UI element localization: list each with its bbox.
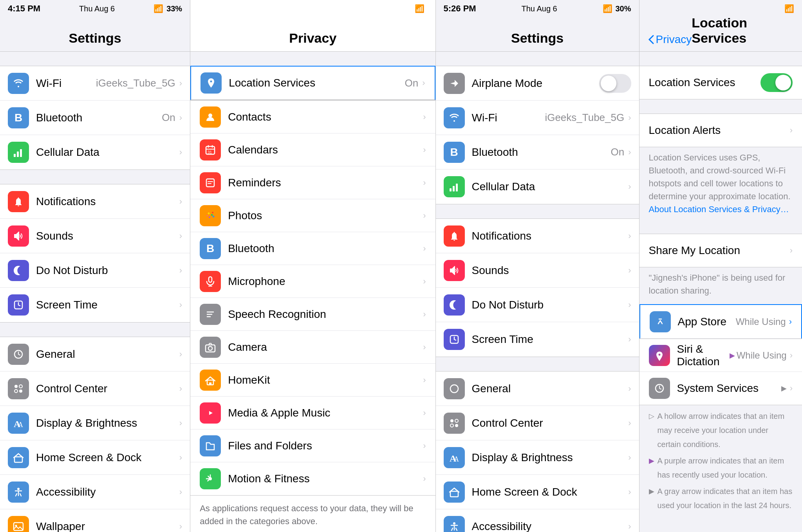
- settings-item-bluetooth[interactable]: B Bluetooth On ›: [0, 101, 190, 135]
- settings-scroll-left[interactable]: Wi-Fi iGeeks_Tube_5G › B Bluetooth On › …: [0, 52, 190, 532]
- svg-text:A: A: [18, 421, 23, 429]
- svg-point-42: [208, 346, 212, 350]
- settings-right-homescreen[interactable]: Home Screen & Dock ›: [436, 475, 639, 509]
- settings-right-cellular[interactable]: Cellular Data ›: [436, 170, 639, 204]
- speech-label: Speech Recognition: [228, 308, 423, 321]
- privacy-item-files[interactable]: Files and Folders ›: [190, 429, 435, 462]
- settings-right-general[interactable]: General ›: [436, 371, 639, 406]
- privacy-item-speech[interactable]: Speech Recognition ›: [190, 298, 435, 331]
- settings-right-dnd[interactable]: Do Not Disturb ›: [436, 288, 639, 322]
- siri-dictation-arrow: ▶: [730, 351, 735, 360]
- settings-right-display[interactable]: AA Display & Brightness ›: [436, 440, 639, 475]
- display-icon: AA: [8, 413, 29, 434]
- about-location-link[interactable]: About Location Services & Privacy…: [649, 204, 789, 214]
- screentime2-icon: [444, 329, 465, 350]
- location-scroll[interactable]: Location Services Location Alerts › Loca…: [639, 52, 802, 532]
- accessibility2-label: Accessibility: [472, 520, 629, 532]
- settings-item-display[interactable]: AA Display & Brightness ›: [0, 406, 190, 440]
- location-services-row[interactable]: Location Services On ›: [190, 66, 435, 100]
- privacy-item-homekit[interactable]: HomeKit ›: [190, 364, 435, 397]
- settings-item-general[interactable]: General ›: [0, 337, 190, 371]
- location-alerts-row[interactable]: Location Alerts ›: [639, 114, 802, 147]
- privacy-item-media[interactable]: Media & Apple Music ›: [190, 397, 435, 429]
- location-services-toggle-row[interactable]: Location Services: [639, 66, 802, 99]
- privacy-item-microphone[interactable]: Microphone ›: [190, 265, 435, 298]
- media-chevron: ›: [423, 408, 426, 418]
- settings-right-screentime[interactable]: Screen Time ›: [436, 322, 639, 357]
- wallpaper-icon: [8, 516, 29, 532]
- settings-right-airplane[interactable]: Airplane Mode: [436, 66, 639, 101]
- settings-item-homescreen[interactable]: Home Screen & Dock ›: [0, 440, 190, 475]
- homescreen2-label: Home Screen & Dock: [472, 486, 629, 498]
- settings-scroll-right[interactable]: Airplane Mode Wi-Fi iGeeks_Tube_5G › B: [436, 52, 639, 532]
- wifi2-value: iGeeks_Tube_5G: [545, 112, 624, 124]
- privacy-item-bluetooth[interactable]: B Bluetooth ›: [190, 232, 435, 265]
- appstore-row[interactable]: App Store While Using ›: [639, 304, 802, 339]
- svg-point-29: [208, 114, 212, 117]
- airplane-toggle[interactable]: [599, 74, 631, 93]
- motion-label: Motion & Fitness: [228, 472, 423, 485]
- svg-rect-13: [14, 523, 23, 530]
- settings-item-sounds[interactable]: Sounds ›: [0, 219, 190, 253]
- privacy-item-motion[interactable]: Motion & Fitness ›: [190, 462, 435, 495]
- settings-group-3: General › Control Center › AA Display & …: [0, 337, 190, 532]
- speech-chevron: ›: [423, 309, 426, 319]
- settings-item-notifications[interactable]: Notifications ›: [0, 184, 190, 219]
- control-chevron: ›: [179, 384, 182, 394]
- settings-group-1: Wi-Fi iGeeks_Tube_5G › B Bluetooth On › …: [0, 66, 190, 170]
- settings-item-wallpaper[interactable]: Wallpaper ›: [0, 509, 190, 532]
- photos-icon: [200, 205, 221, 226]
- privacy-item-contacts[interactable]: Contacts ›: [190, 101, 435, 133]
- general-icon: [8, 344, 29, 365]
- display2-icon: AA: [444, 447, 465, 468]
- appstore-label: App Store: [678, 316, 736, 328]
- settings-right-control[interactable]: Control Center ›: [436, 406, 639, 440]
- privacy-item-camera[interactable]: Camera ›: [190, 331, 435, 364]
- homekit-chevron: ›: [423, 375, 426, 385]
- privacy-panel: 4:15 PM 📶 Privacy Location Services On ›: [190, 0, 435, 532]
- privacy-item-calendars[interactable]: 31 Calendars ›: [190, 133, 435, 166]
- settings-right-wifi[interactable]: Wi-Fi iGeeks_Tube_5G ›: [436, 101, 639, 135]
- reminders-chevron: ›: [423, 178, 426, 188]
- settings-item-cellular[interactable]: Cellular Data ›: [0, 135, 190, 170]
- settings-right-notif[interactable]: Notifications ›: [436, 219, 639, 253]
- settings-item-screentime[interactable]: Screen Time ›: [0, 288, 190, 322]
- notifications-label: Notifications: [36, 195, 179, 208]
- bluetooth-label: Bluetooth: [36, 112, 162, 124]
- general-label: General: [36, 348, 179, 361]
- control-icon: [8, 378, 29, 399]
- bluetooth-chevron: ›: [179, 113, 182, 123]
- svg-point-6: [19, 385, 22, 388]
- files-label: Files and Folders: [228, 440, 423, 452]
- system-services-row[interactable]: System Services ▶ ›: [639, 372, 802, 405]
- location-services-label: Location Services: [229, 77, 405, 89]
- share-location-row[interactable]: Share My Location ›: [639, 234, 802, 267]
- homekit-label: HomeKit: [228, 374, 423, 386]
- location-services-value: On: [405, 77, 419, 89]
- svg-point-62: [453, 522, 455, 525]
- svg-point-36: [211, 214, 213, 216]
- privacy-scroll[interactable]: Location Services On › Contacts › 31 Cal…: [190, 52, 435, 532]
- settings-group-2: Notifications › Sounds › Do Not Disturb …: [0, 184, 190, 323]
- settings-item-dnd[interactable]: Do Not Disturb ›: [0, 253, 190, 288]
- location-services-toggle[interactable]: [760, 73, 793, 92]
- settings-item-accessibility[interactable]: Accessibility ›: [0, 475, 190, 509]
- privacy-item-reminders[interactable]: Reminders ›: [190, 166, 435, 199]
- privacy-item-photos[interactable]: Photos ›: [190, 199, 435, 232]
- general-chevron: ›: [179, 349, 182, 359]
- siri-dictation-row[interactable]: Siri & Dictation ▶ While Using ›: [639, 339, 802, 372]
- display2-label: Display & Brightness: [472, 451, 629, 464]
- svg-point-54: [450, 385, 458, 393]
- location-panel: 5:26 PM 📶 Privacy Location Services Loca…: [639, 0, 802, 532]
- settings-item-control[interactable]: Control Center ›: [0, 371, 190, 406]
- cellular2-chevron: ›: [628, 182, 631, 192]
- settings-item-wifi[interactable]: Wi-Fi iGeeks_Tube_5G ›: [0, 66, 190, 101]
- settings-right-bluetooth[interactable]: B Bluetooth On ›: [436, 135, 639, 170]
- settings-right-sounds[interactable]: Sounds ›: [436, 253, 639, 288]
- microphone-chevron: ›: [423, 276, 426, 287]
- settings-right-accessibility[interactable]: Accessibility ›: [436, 509, 639, 532]
- display-chevron: ›: [179, 418, 182, 428]
- back-to-privacy-button[interactable]: Privacy: [647, 33, 692, 46]
- svg-point-38: [212, 212, 213, 213]
- wallpaper-chevron: ›: [179, 521, 182, 532]
